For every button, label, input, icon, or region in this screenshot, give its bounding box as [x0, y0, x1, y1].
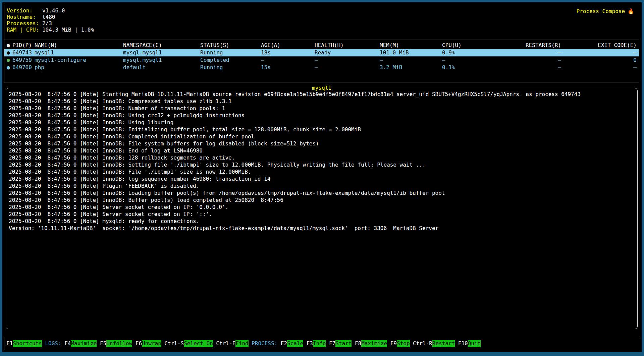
header-info-section: Version:v1.46.0 Hostname:t480 Processes:…: [4, 5, 639, 40]
hint-item[interactable]: Ctrl-RRestart: [413, 340, 455, 347]
log-line: 2025-08-20 8:47:56 0 [Note] InnoDB: log …: [9, 175, 635, 182]
cell-name: php: [35, 64, 123, 71]
hint-item[interactable]: F9Stop: [390, 340, 410, 347]
cell-cpu: –: [442, 56, 492, 64]
hint-item[interactable]: F4Maximize: [64, 340, 97, 347]
info-line: Processes:2/3: [7, 20, 639, 27]
info-value: 2/3: [42, 20, 52, 27]
hint-item: PROCESS:: [252, 340, 277, 347]
cell-pid: 649743: [12, 49, 35, 56]
log-line: 2025-08-20 8:47:56 0 [Note] InnoDB: Comp…: [9, 133, 635, 140]
cell-pid: 649759: [12, 56, 35, 64]
info-label: Version:: [7, 7, 42, 14]
info-value: v1.46.0: [42, 7, 65, 14]
column-header: HEALTH(H): [315, 42, 380, 49]
log-line: 2025-08-20 8:47:56 0 [Note] InnoDB: File…: [9, 140, 635, 147]
hint-item[interactable]: F8Maximize: [355, 340, 387, 347]
table-row[interactable]: ● 649760 php default Running 15s – 3.2 M…: [4, 64, 639, 71]
hint-item[interactable]: F10Quit: [458, 340, 481, 347]
log-line: 2025-08-20 8:47:56 0 [Note] Starting Mar…: [9, 91, 635, 98]
hint-section-label: LOGS:: [45, 340, 61, 347]
log-line: 2025-08-20 8:47:56 0 [Note] InnoDB: Usin…: [9, 119, 635, 126]
hint-key: F2: [281, 340, 287, 347]
hint-item[interactable]: F5Unfollow: [100, 340, 132, 347]
hint-key: Ctrl-F: [216, 340, 235, 347]
hint-action-chip[interactable]: Maximize: [361, 340, 387, 347]
hint-item[interactable]: F1Shortcuts: [6, 340, 42, 347]
hint-action-chip[interactable]: Quit: [468, 340, 481, 347]
hint-item[interactable]: F3Info: [307, 340, 326, 347]
log-line: 2025-08-20 8:47:56 0 [Note] InnoDB: Comp…: [9, 98, 635, 105]
hint-action-chip[interactable]: Find: [235, 340, 249, 347]
info-value: 104.3 MiB | 1.0%: [42, 27, 94, 33]
cell-status: Running: [200, 49, 261, 56]
hint-key: F7: [329, 340, 335, 347]
log-line: 2025-08-20 8:47:56 0 [Note] Server socke…: [9, 211, 635, 218]
info-line: Version:v1.46.0: [7, 7, 639, 14]
cell-age: 18s: [261, 49, 315, 56]
hint-action-chip[interactable]: Start: [335, 340, 352, 347]
status-dot-icon: ●: [7, 64, 12, 71]
hint-section-label: PROCESS:: [252, 340, 277, 347]
info-lines: Version:v1.46.0 Hostname:t480 Processes:…: [7, 7, 639, 33]
process-table: ● PID(P) NAME(N) NAMESPACE(C) STATUS(S) …: [4, 40, 639, 71]
cell-pid: 649760: [12, 64, 35, 71]
status-dot-header: ●: [7, 42, 12, 49]
cell-exit-code: 0: [561, 56, 637, 64]
hint-key: F5: [100, 340, 106, 347]
cell-name: mysql1: [35, 49, 123, 56]
hint-action-chip[interactable]: Info: [313, 340, 326, 347]
log-line: 2025-08-20 8:47:56 0 [Note] InnoDB: Sett…: [9, 161, 635, 168]
log-line: 2025-08-20 8:47:56 0 [Note] InnoDB: Buff…: [9, 196, 635, 204]
hint-key: F6: [136, 340, 142, 347]
table-row[interactable]: ● 649743 mysql1 mysql.mysql1 Running 18s…: [4, 49, 639, 56]
hint-action-chip[interactable]: Unwrap: [142, 340, 161, 347]
hint-key: F3: [307, 340, 313, 347]
cell-exit-code: –: [561, 49, 637, 56]
hint-action-chip[interactable]: Select On: [184, 340, 213, 347]
hint-action-chip[interactable]: Shortcuts: [13, 340, 42, 347]
log-line: 2025-08-20 8:47:56 0 [Note] InnoDB: Init…: [9, 126, 635, 133]
hint-item[interactable]: Ctrl-SSelect On: [164, 340, 213, 347]
hint-item: LOGS:: [45, 340, 61, 347]
hint-action-chip[interactable]: Maximize: [71, 340, 97, 347]
status-dot-icon: ●: [7, 49, 12, 56]
info-value: t480: [42, 14, 55, 20]
hint-action-chip[interactable]: Restart: [432, 340, 455, 347]
hint-key: F1: [6, 340, 13, 347]
hint-item[interactable]: Ctrl-FFind: [216, 340, 248, 347]
cell-restarts: –: [492, 56, 561, 64]
cell-age: –: [261, 56, 315, 64]
hint-item[interactable]: F6Unwrap: [136, 340, 161, 347]
terminal-window: Version:v1.46.0 Hostname:t480 Processes:…: [2, 2, 642, 352]
hint-item[interactable]: F2Scale: [281, 340, 303, 347]
table-row[interactable]: ● 649759 mysql1-configure mysql.mysql1 C…: [4, 56, 639, 64]
cell-health: –: [315, 64, 380, 71]
hint-action-chip[interactable]: Stop: [397, 340, 410, 347]
info-line: Hostname:t480: [7, 14, 639, 20]
log-line: 2025-08-20 8:47:56 0 [Note] Server socke…: [9, 204, 635, 211]
column-header: NAMESPACE(C): [123, 42, 200, 49]
log-line: 2025-08-20 8:47:56 0 [Note] Plugin 'FEED…: [9, 182, 635, 189]
cell-health: –: [315, 56, 380, 64]
table-header-row: ● PID(P) NAME(N) NAMESPACE(C) STATUS(S) …: [4, 42, 639, 49]
log-line: Version: '10.11.11-MariaDB' socket: '/ho…: [9, 225, 635, 232]
column-header: CPU(U): [442, 42, 492, 49]
column-header: AGE(A): [261, 42, 315, 49]
cell-exit-code: –: [561, 64, 637, 71]
info-label: Processes:: [7, 20, 42, 27]
cell-health: Ready: [315, 49, 380, 56]
hint-action-chip[interactable]: Scale: [287, 340, 303, 347]
cell-namespace: mysql.mysql1: [123, 49, 200, 56]
cell-cpu: 0.1%: [442, 64, 492, 71]
hint-item[interactable]: F7Start: [329, 340, 352, 347]
cell-age: 15s: [261, 64, 315, 71]
column-header: STATUS(S): [200, 42, 261, 49]
hint-action-chip[interactable]: Unfollow: [106, 340, 132, 347]
log-panel: mysql1 2025-08-20 8:47:56 0 [Note] Start…: [6, 88, 638, 329]
hint-key: F8: [355, 340, 361, 347]
info-label: RAM | CPU:: [7, 27, 42, 33]
cell-restarts: –: [492, 64, 561, 71]
cell-cpu: 0.9%: [442, 49, 492, 56]
log-line: 2025-08-20 8:47:56 0 [Note] InnoDB: 128 …: [9, 154, 635, 161]
